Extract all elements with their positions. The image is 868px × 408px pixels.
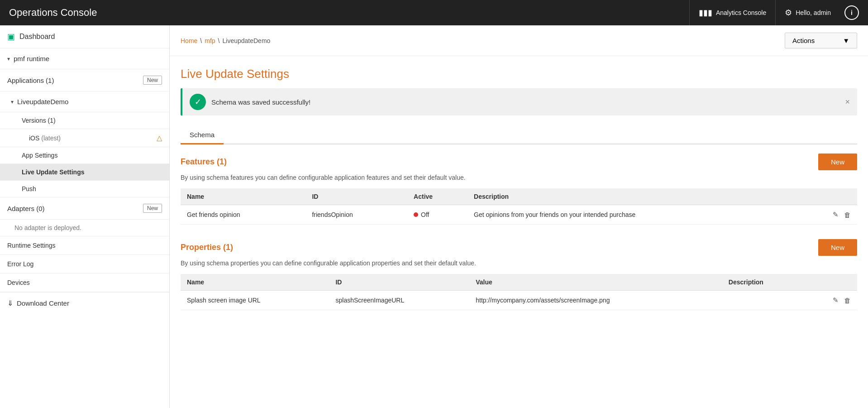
actions-label: Actions: [792, 37, 815, 44]
tabs: Schema: [181, 126, 857, 144]
applications-new-badge: New: [143, 76, 162, 85]
properties-table: Name ID Value Description Splash screen …: [181, 274, 857, 310]
page-content: Live Update Settings ✓ Schema was saved …: [170, 56, 868, 336]
tab-schema[interactable]: Schema: [181, 126, 224, 144]
breadcrumb-sep-2: \: [218, 37, 220, 44]
sidebar-app-settings[interactable]: App Settings: [0, 147, 169, 164]
features-col-name: Name: [181, 188, 305, 205]
top-nav: Operations Console ▮▮▮ Analytics Console…: [0, 0, 868, 25]
devices-label: Devices: [7, 279, 30, 286]
properties-col-actions: [804, 274, 857, 291]
sidebar-applications-header[interactable]: Applications (1) New: [0, 69, 169, 91]
property-value: http://mycompany.com/assets/screenImage.…: [469, 291, 722, 310]
sidebar: ▣ Dashboard pmf runtime Applications (1)…: [0, 25, 170, 408]
liveupdatedemo-label: LiveupdateDemo: [17, 98, 68, 106]
edit-icon[interactable]: ✎: [833, 211, 839, 219]
property-name: Splash screen image URL: [181, 291, 329, 310]
error-log-label: Error Log: [7, 260, 33, 268]
grid-icon: ▣: [7, 32, 15, 42]
main-content: Home \ mfp \ LiveupdateDemo Actions ▼ Li…: [170, 25, 868, 408]
content-header: Home \ mfp \ LiveupdateDemo Actions ▼: [170, 25, 868, 56]
features-col-actions: [799, 188, 857, 205]
download-center-label: Download Center: [17, 299, 69, 307]
sidebar-push[interactable]: Push: [0, 181, 169, 197]
properties-section-header: Properties (1) New: [181, 239, 857, 256]
sidebar-download-center[interactable]: ⇓ Download Center: [0, 292, 169, 314]
features-section-header: Features (1) New: [181, 154, 857, 170]
user-menu-btn[interactable]: ⚙ Hello, admin: [775, 0, 840, 25]
properties-new-button[interactable]: New: [818, 239, 857, 256]
analytics-console-link[interactable]: ▮▮▮ Analytics Console: [689, 0, 775, 25]
sidebar-liveupdatedemo[interactable]: LiveupdateDemo: [0, 91, 169, 112]
edit-icon[interactable]: ✎: [833, 296, 839, 304]
gear-icon: ⚙: [785, 8, 792, 18]
features-col-description: Description: [467, 188, 799, 205]
property-description: [722, 291, 804, 310]
features-col-id: ID: [305, 188, 407, 205]
breadcrumb-home[interactable]: Home: [181, 37, 197, 44]
sidebar-devices[interactable]: Devices: [0, 274, 169, 292]
sidebar-adapters-header[interactable]: Adapters (0) New: [0, 197, 169, 220]
features-table-row: Get friends opinion friendsOpinion Off G…: [181, 205, 857, 225]
applications-label: Applications (1): [7, 77, 54, 84]
breadcrumb: Home \ mfp \ LiveupdateDemo: [181, 37, 270, 44]
features-new-button[interactable]: New: [818, 154, 857, 170]
actions-chevron-icon: ▼: [843, 37, 849, 44]
sidebar-item-dashboard[interactable]: ▣ Dashboard: [0, 25, 169, 48]
success-icon: ✓: [190, 94, 206, 110]
liveupdatedemo-chevron: [11, 99, 14, 105]
sidebar-ios[interactable]: iOS (latest) △: [0, 129, 169, 147]
page-title: Live Update Settings: [181, 67, 857, 81]
info-button[interactable]: i: [844, 5, 859, 20]
top-nav-right: ▮▮▮ Analytics Console ⚙ Hello, admin i: [689, 0, 859, 25]
push-label: Push: [22, 185, 36, 192]
success-message: Schema was saved successfully!: [211, 98, 310, 106]
sidebar-live-update-settings[interactable]: Live Update Settings: [0, 164, 169, 181]
feature-description: Get opinions from your friends on your i…: [467, 205, 799, 225]
analytics-label: Analytics Console: [716, 9, 766, 16]
runtime-settings-label: Runtime Settings: [7, 242, 56, 249]
analytics-icon: ▮▮▮: [699, 8, 712, 18]
pmf-runtime-left: pmf runtime: [7, 55, 49, 62]
user-label: Hello, admin: [796, 9, 831, 16]
feature-active: Off: [407, 205, 467, 225]
adapters-label: Adapters (0): [7, 205, 45, 212]
applications-label-group: Applications (1): [7, 77, 54, 84]
breadcrumb-current: LiveupdateDemo: [222, 37, 270, 44]
pmf-runtime-label: pmf runtime: [14, 55, 49, 62]
warning-icon: △: [157, 134, 162, 142]
property-id: splashScreenImageURL: [329, 291, 469, 310]
property-row-actions: ✎ 🗑: [804, 291, 857, 310]
properties-col-value: Value: [469, 274, 722, 291]
app-settings-label: App Settings: [22, 152, 57, 159]
pmf-runtime-chevron: [7, 56, 10, 62]
properties-title: Properties (1): [181, 243, 233, 252]
liveupdatedemo-left: LiveupdateDemo: [11, 98, 68, 106]
sidebar-versions[interactable]: Versions (1): [0, 112, 169, 129]
sidebar-runtime-settings[interactable]: Runtime Settings: [0, 236, 169, 255]
adapters-label-group: Adapters (0): [7, 205, 45, 212]
features-table: Name ID Active Description Get friends o…: [181, 188, 857, 225]
status-dot: [414, 212, 418, 217]
app-title: Operations Console: [9, 7, 97, 19]
actions-button[interactable]: Actions ▼: [785, 33, 857, 48]
breadcrumb-sep-1: \: [200, 37, 202, 44]
sidebar-no-adapter: No adapter is deployed.: [0, 220, 169, 236]
sidebar-error-log[interactable]: Error Log: [0, 255, 169, 274]
close-banner-button[interactable]: ×: [845, 97, 850, 107]
live-update-settings-label: Live Update Settings: [22, 168, 84, 176]
properties-col-id: ID: [329, 274, 469, 291]
feature-row-actions: ✎ 🗑: [799, 205, 857, 225]
properties-table-row: Splash screen image URL splashScreenImag…: [181, 291, 857, 310]
sidebar-pmf-runtime[interactable]: pmf runtime: [0, 48, 169, 69]
success-banner-left: ✓ Schema was saved successfully!: [190, 94, 310, 110]
versions-label: Versions (1): [22, 117, 56, 124]
ios-label: iOS (latest): [29, 134, 61, 142]
breadcrumb-mfp[interactable]: mfp: [205, 37, 215, 44]
no-adapter-label: No adapter is deployed.: [14, 224, 81, 231]
feature-id: friendsOpinion: [305, 205, 407, 225]
features-title: Features (1): [181, 157, 227, 167]
delete-icon[interactable]: 🗑: [844, 211, 851, 219]
delete-icon[interactable]: 🗑: [844, 297, 851, 304]
layout: ▣ Dashboard pmf runtime Applications (1)…: [0, 25, 868, 408]
